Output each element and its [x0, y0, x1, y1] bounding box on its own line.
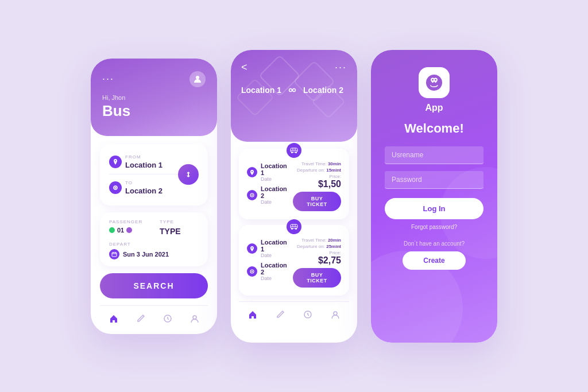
svg-point-22	[252, 194, 253, 195]
ticket2-from-text: Location 1 Date	[261, 239, 287, 258]
from-location-icon	[109, 156, 122, 168]
screen1-body: FROM Location 1 TO Location 2	[91, 136, 217, 334]
route-fields: FROM Location 1 TO Location 2	[109, 152, 178, 197]
ticket2-meta: Travel Time: 20min Departure on: 25mint …	[297, 238, 341, 266]
type-label: TYPE	[160, 219, 199, 224]
svg-point-17	[295, 152, 297, 153]
calendar-icon	[109, 249, 119, 259]
screen2-header: < ··· Location 1 Location 2	[231, 50, 357, 142]
ticket1-travel-time: Travel Time: 30min	[297, 161, 341, 166]
passenger-label: PASSENGER	[109, 219, 148, 224]
to-value: Location 2	[125, 187, 163, 195]
ticket1-to-row: Location 2 Date	[247, 185, 287, 205]
ticket1-price-label: Price:	[297, 174, 341, 179]
nav-clock-icon[interactable]	[160, 311, 176, 327]
search-button[interactable]: SEARCH	[100, 273, 208, 298]
buy-ticket-button-2[interactable]: BUY TICKET	[293, 268, 341, 288]
swap-button[interactable]	[178, 164, 199, 185]
avatar-icon[interactable]	[189, 71, 206, 87]
screen2-topbar: < ···	[241, 61, 347, 73]
s2-nav-user-icon[interactable]	[327, 306, 343, 323]
login-button[interactable]: Log In	[385, 198, 483, 219]
ticket2-from-icon	[247, 243, 257, 254]
screen1-header: ··· Hi, Jhon Bus	[91, 59, 217, 136]
svg-point-0	[196, 76, 199, 79]
svg-point-30	[252, 270, 253, 271]
ticket2-to-icon	[247, 266, 257, 277]
app-name: App	[425, 103, 443, 113]
svg-point-34	[432, 79, 434, 80]
ticket1-meta: Travel Time: 30min Departure on: 15mint …	[297, 161, 341, 189]
s2-nav-edit-icon[interactable]	[272, 306, 288, 323]
ticket-card-1: Location 1 Date Location 2 Date	[239, 149, 349, 219]
to-label: TO	[125, 180, 163, 185]
nav-home-icon[interactable]	[106, 311, 122, 327]
ticket-card-2: Location 1 Date Location 2 Date	[239, 225, 349, 296]
ticket1-from-text: Location 1 Date	[261, 162, 287, 182]
nav-edit-icon[interactable]	[133, 311, 149, 327]
svg-point-33	[426, 75, 442, 91]
s2-nav-home-icon[interactable]	[245, 306, 261, 323]
from-field: FROM Location 1	[109, 152, 178, 174]
passenger-value: 01	[117, 227, 124, 234]
password-input[interactable]	[385, 171, 483, 189]
screen2-body: Location 1 Date Location 2 Date	[231, 142, 357, 332]
ticket1-price: $1,50	[297, 179, 341, 189]
screen1-topbar: ···	[102, 71, 206, 87]
depart-row-wrap: DEPART Sun 3 Jun 2021	[109, 242, 199, 259]
depart-value: Sun 3 Jun 2021	[123, 251, 169, 258]
buy-ticket-button-1[interactable]: BUY TICKET	[293, 192, 341, 211]
dot-purple	[126, 227, 132, 233]
s2-nav-clock-icon[interactable]	[300, 306, 316, 323]
ticket2-to-text: Location 2 Date	[261, 262, 287, 281]
from-value: Location 1	[125, 161, 163, 169]
ticket2-to-row: Location 2 Date	[247, 262, 287, 281]
forgot-password-link[interactable]: Forgot password?	[411, 224, 457, 230]
ticket2-price: $2,75	[297, 255, 341, 266]
depart-row: Sun 3 Jun 2021	[109, 249, 199, 259]
type-value: TYPE	[160, 227, 199, 236]
route-display: Location 1 Location 2	[241, 85, 347, 95]
bus-icon-2	[287, 219, 301, 234]
screen3-bg: App Welcome! Log In Forgot password? Don…	[371, 50, 497, 343]
ticket2-stops: Location 1 Date Location 2 Date	[247, 233, 287, 288]
screen2-dots-icon[interactable]: ···	[335, 61, 347, 73]
svg-point-35	[435, 79, 436, 80]
create-account-button[interactable]: Create	[403, 251, 465, 270]
dot-green	[109, 227, 115, 233]
ticket1-to-icon	[247, 190, 257, 200]
svg-point-13	[289, 88, 292, 91]
ticket1-right: Travel Time: 30min Departure on: 15mint …	[293, 157, 341, 211]
svg-point-24	[291, 228, 293, 230]
nav-user-icon[interactable]	[187, 311, 203, 327]
no-account-text: Don´t have an account?	[404, 240, 465, 247]
passenger-value-row: 01	[109, 227, 148, 234]
greeting-text: Hi, Jhon	[102, 94, 206, 101]
menu-dots-icon[interactable]: ···	[102, 73, 114, 85]
screen2-bottom-nav	[239, 301, 349, 325]
phone-screen-1: ··· Hi, Jhon Bus	[91, 59, 217, 334]
phone-screen-2: < ··· Location 1 Location 2	[231, 50, 357, 343]
ticket1-from-row: Location 1 Date	[247, 162, 287, 182]
svg-point-25	[295, 228, 297, 230]
ticket1-stops: Location 1 Date Location 2 Date	[247, 157, 287, 211]
back-button[interactable]: <	[241, 61, 247, 73]
ticket2-from-row: Location 1 Date	[247, 239, 287, 258]
from-label: FROM	[125, 154, 163, 160]
page-title: Bus	[102, 102, 206, 120]
svg-rect-3	[112, 253, 117, 257]
screen2-loc2: Location 2	[303, 86, 343, 95]
svg-point-32	[334, 312, 337, 315]
bottom-nav	[100, 305, 208, 329]
app-icon	[419, 67, 450, 98]
depart-label: DEPART	[109, 242, 199, 247]
ticket2-departure: Departure on: 25mint	[297, 244, 341, 249]
ticket1-to-text: Location 2 Date	[261, 185, 287, 205]
passenger-col: PASSENGER 01	[109, 219, 148, 236]
svg-point-16	[291, 152, 293, 153]
username-input[interactable]	[385, 146, 483, 164]
bus-icon-1	[287, 143, 301, 158]
welcome-text: Welcome!	[404, 121, 464, 136]
ticket2-right: Travel Time: 20min Departure on: 25mint …	[293, 233, 341, 288]
ticket2-travel-time: Travel Time: 20min	[297, 238, 341, 243]
